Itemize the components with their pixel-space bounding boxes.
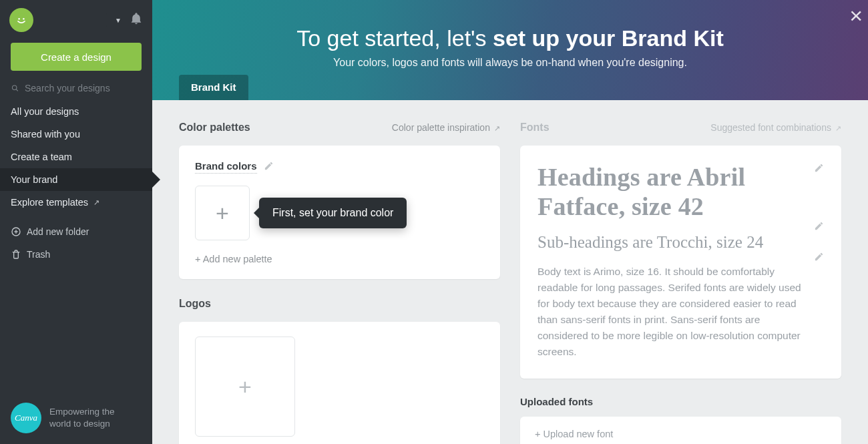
sidebar-item-explore-templates[interactable]: Explore templates↗ bbox=[0, 191, 152, 214]
smiley-icon bbox=[14, 13, 29, 27]
body-font-row[interactable]: Body text is Arimo, size 16. It should b… bbox=[537, 252, 824, 360]
nav-label: Explore templates bbox=[11, 197, 88, 208]
user-name[interactable] bbox=[39, 13, 107, 27]
fonts-head: Fonts Suggested font combinations ↗ bbox=[520, 122, 841, 134]
trash-button[interactable]: Trash bbox=[0, 243, 152, 266]
external-link-icon: ↗ bbox=[833, 124, 841, 132]
canva-logo[interactable]: Canva bbox=[11, 403, 41, 433]
col-left: Color palettes Color palette inspiration… bbox=[179, 122, 500, 444]
footer-tagline: Empowering the world to design bbox=[49, 406, 115, 430]
tab-brand-kit[interactable]: Brand Kit bbox=[179, 75, 248, 100]
logos-heading: Logos bbox=[179, 298, 500, 310]
body-sample: Body text is Arimo, size 16. It should b… bbox=[537, 264, 805, 360]
sidebar-folders: Add new folder Trash bbox=[0, 220, 152, 266]
pencil-icon[interactable] bbox=[264, 161, 274, 174]
sidebar: ▼ Create a design All your designs Share… bbox=[0, 0, 152, 444]
svg-point-2 bbox=[23, 18, 25, 20]
subheading-font-row[interactable]: Sub-headings are Trocchi, size 24 bbox=[537, 221, 824, 252]
trash-icon bbox=[11, 249, 21, 260]
plus-icon: + bbox=[238, 374, 252, 400]
sidebar-item-all-designs[interactable]: All your designs bbox=[0, 100, 152, 123]
nav-label: All your designs bbox=[11, 106, 79, 117]
suggested-fonts-link[interactable]: Suggested font combinations ↗ bbox=[710, 122, 841, 133]
fonts-heading: Fonts bbox=[520, 122, 550, 134]
color-palettes-head: Color palettes Color palette inspiration… bbox=[179, 122, 500, 134]
color-inspiration-link[interactable]: Color palette inspiration ↗ bbox=[392, 122, 500, 133]
logos-section: Logos + bbox=[179, 298, 500, 444]
sidebar-item-create-team[interactable]: Create a team bbox=[0, 146, 152, 168]
add-new-palette[interactable]: + Add new palette bbox=[195, 254, 484, 264]
hero-banner: × To get started, let's set up your Bran… bbox=[152, 0, 868, 100]
hero-subtitle: Your colors, logos and fonts will always… bbox=[179, 57, 841, 69]
onboarding-tooltip: First, set your brand color bbox=[259, 198, 407, 228]
external-link-icon: ↗ bbox=[492, 124, 500, 132]
hero-title: To get started, let's set up your Brand … bbox=[179, 25, 841, 51]
svg-point-3 bbox=[12, 85, 17, 90]
close-icon[interactable]: × bbox=[849, 4, 863, 27]
pencil-icon[interactable] bbox=[814, 163, 824, 176]
sidebar-item-your-brand[interactable]: Your brand bbox=[0, 168, 152, 191]
external-link-icon: ↗ bbox=[93, 198, 99, 207]
create-design-button[interactable]: Create a design bbox=[11, 43, 142, 71]
pencil-icon[interactable] bbox=[814, 221, 824, 234]
brand-colors-card: Brand colors + First, set your brand col… bbox=[179, 146, 500, 279]
add-folder-button[interactable]: Add new folder bbox=[0, 220, 152, 243]
heading-font-row[interactable]: Headings are Abril Fatface, size 42 bbox=[537, 163, 824, 221]
add-folder-label: Add new folder bbox=[27, 226, 89, 237]
pencil-icon[interactable] bbox=[814, 252, 824, 264]
subheading-sample: Sub-headings are Trocchi, size 24 bbox=[537, 233, 805, 252]
main: × To get started, let's set up your Bran… bbox=[152, 0, 868, 444]
nav-label: Your brand bbox=[11, 174, 57, 185]
search-input[interactable] bbox=[25, 83, 142, 93]
chevron-down-icon[interactable]: ▼ bbox=[112, 17, 124, 24]
swatch-row: + First, set your brand color bbox=[195, 186, 484, 240]
svg-point-1 bbox=[18, 18, 20, 20]
plus-circle-icon bbox=[11, 226, 21, 237]
nav-label: Create a team bbox=[11, 152, 72, 162]
team-name-placeholder bbox=[180, 9, 841, 24]
add-logo-button[interactable]: + bbox=[195, 337, 295, 437]
hero-tabs: Brand Kit bbox=[179, 75, 298, 100]
color-palettes-heading: Color palettes bbox=[179, 122, 250, 134]
tab-ghost bbox=[252, 75, 298, 100]
fonts-card: Headings are Abril Fatface, size 42 Sub-… bbox=[520, 146, 841, 379]
logos-card: + bbox=[179, 322, 500, 444]
uploaded-fonts-heading: Uploaded fonts bbox=[520, 396, 841, 407]
brand-colors-label-row: Brand colors bbox=[195, 160, 484, 174]
upload-font-button[interactable]: + Upload new font bbox=[520, 417, 841, 444]
sidebar-footer: Canva Empowering the world to design bbox=[0, 392, 152, 444]
svg-point-0 bbox=[15, 13, 28, 27]
search-icon bbox=[11, 83, 19, 93]
heading-sample: Headings are Abril Fatface, size 42 bbox=[537, 163, 805, 221]
col-right: Fonts Suggested font combinations ↗ Head… bbox=[520, 122, 841, 444]
brand-colors-label[interactable]: Brand colors bbox=[195, 160, 257, 174]
avatar[interactable] bbox=[9, 8, 33, 32]
svg-line-4 bbox=[16, 89, 18, 91]
trash-label: Trash bbox=[27, 249, 50, 260]
add-color-swatch[interactable]: + bbox=[195, 186, 250, 240]
sidebar-nav: All your designs Shared with you Create … bbox=[0, 100, 152, 214]
plus-icon: + bbox=[216, 200, 229, 226]
search-row bbox=[0, 80, 152, 100]
nav-label: Shared with you bbox=[11, 129, 80, 140]
notifications-icon[interactable] bbox=[130, 12, 143, 28]
sidebar-user-row: ▼ bbox=[0, 0, 152, 39]
content: Color palettes Color palette inspiration… bbox=[152, 100, 868, 444]
sidebar-item-shared[interactable]: Shared with you bbox=[0, 123, 152, 146]
